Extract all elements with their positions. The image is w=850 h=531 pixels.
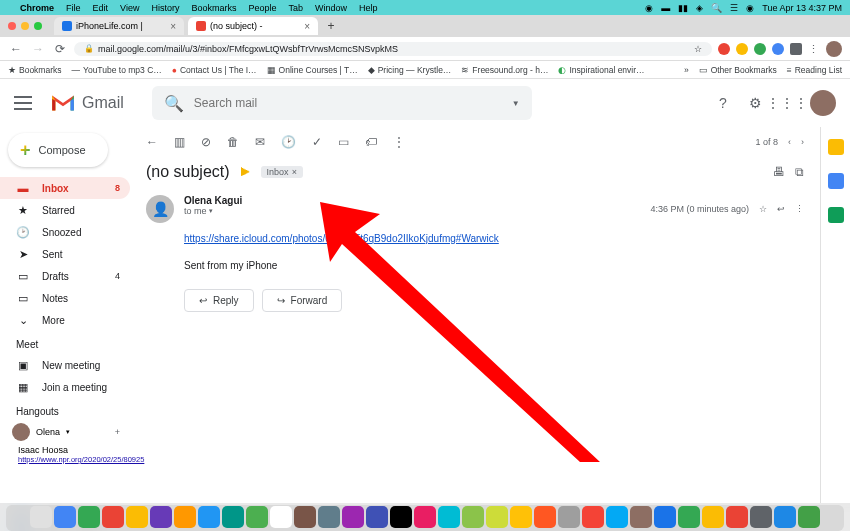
hangout-contact[interactable]: Olena ▾ +: [0, 421, 130, 443]
more-icon[interactable]: ⋮: [393, 135, 405, 149]
dock-app-icon[interactable]: [462, 506, 484, 528]
dock-app-icon[interactable]: [222, 506, 244, 528]
support-icon[interactable]: ?: [714, 94, 732, 112]
search-input[interactable]: [194, 96, 502, 110]
account-avatar[interactable]: [810, 90, 836, 116]
labels-icon[interactable]: 🏷: [365, 135, 377, 149]
sidebar-item-notes[interactable]: ▭Notes: [0, 287, 130, 309]
dock-app-icon[interactable]: [414, 506, 436, 528]
reading-list[interactable]: ≡Reading List: [787, 65, 842, 75]
tasks-icon[interactable]: ✓: [312, 135, 322, 149]
dock-app-icon[interactable]: [270, 506, 292, 528]
menu-tab[interactable]: Tab: [288, 3, 303, 13]
dock-app-icon[interactable]: [606, 506, 628, 528]
sidebar-item-snoozed[interactable]: 🕑Snoozed: [0, 221, 130, 243]
forward-button[interactable]: →: [30, 41, 46, 57]
sidebar-item-starred[interactable]: ★Starred: [0, 199, 130, 221]
dock-app-icon[interactable]: [342, 506, 364, 528]
url-field[interactable]: 🔒 mail.google.com/mail/u/3/#inbox/FMfcgx…: [74, 42, 712, 56]
sidebar-item-inbox[interactable]: ▬Inbox8: [0, 177, 130, 199]
dock-app-icon[interactable]: [54, 506, 76, 528]
dock-app-icon[interactable]: [630, 506, 652, 528]
dock-app-icon[interactable]: [318, 506, 340, 528]
spotlight-icon[interactable]: 🔍: [711, 3, 722, 13]
unread-icon[interactable]: ✉: [255, 135, 265, 149]
bookmark-item[interactable]: ≋Freesound.org - h…: [461, 65, 548, 75]
dock-app-icon[interactable]: [174, 506, 196, 528]
hangout-sublink[interactable]: https://www.npr.org/2020/02/25/80925: [18, 455, 144, 464]
menu-view[interactable]: View: [120, 3, 139, 13]
recipient-line[interactable]: to me▾: [184, 206, 640, 216]
extension-icon[interactable]: [754, 43, 766, 55]
reload-button[interactable]: ⟳: [52, 41, 68, 57]
sidebar-item-sent[interactable]: ➤Sent: [0, 243, 130, 265]
reply-icon[interactable]: ↩: [777, 204, 785, 214]
remove-label-icon[interactable]: ×: [292, 167, 297, 177]
dock-app-icon[interactable]: [486, 506, 508, 528]
keep-icon[interactable]: [828, 173, 844, 189]
back-icon[interactable]: ←: [146, 135, 158, 149]
archive-icon[interactable]: ▥: [174, 135, 185, 149]
tasks-icon[interactable]: [828, 207, 844, 223]
dock-app-icon[interactable]: [390, 506, 412, 528]
dock-app-icon[interactable]: [774, 506, 796, 528]
menu-history[interactable]: History: [151, 3, 179, 13]
dock-app-icon[interactable]: [558, 506, 580, 528]
delete-icon[interactable]: 🗑: [227, 135, 239, 149]
siri-icon[interactable]: ◉: [746, 3, 754, 13]
dock-app-icon[interactable]: [246, 506, 268, 528]
menu-people[interactable]: People: [248, 3, 276, 13]
clock[interactable]: Tue Apr 13 4:37 PM: [762, 3, 842, 13]
next-icon[interactable]: ›: [801, 137, 804, 147]
add-icon[interactable]: +: [115, 427, 120, 437]
gmail-logo[interactable]: Gmail: [50, 93, 124, 113]
reply-button[interactable]: ↩Reply: [184, 289, 254, 312]
dock-app-icon[interactable]: [78, 506, 100, 528]
calendar-icon[interactable]: [828, 139, 844, 155]
dock-app-icon[interactable]: [150, 506, 172, 528]
forward-button[interactable]: ↪Forward: [262, 289, 343, 312]
shared-link[interactable]: https://share.icloud.com/photos/0rQoSTt6…: [184, 233, 499, 244]
star-icon[interactable]: ☆: [759, 204, 767, 214]
dock-app-icon[interactable]: [798, 506, 820, 528]
dock-app-icon[interactable]: [750, 506, 772, 528]
dock-app-icon[interactable]: [582, 506, 604, 528]
dock-app-icon[interactable]: [678, 506, 700, 528]
bookmark-item[interactable]: —YouTube to mp3 C…: [72, 65, 162, 75]
snooze-icon[interactable]: 🕑: [281, 135, 296, 149]
bookmark-item[interactable]: ◆Pricing — Krystle…: [368, 65, 452, 75]
search-bar[interactable]: 🔍 ▼: [152, 86, 532, 120]
minimize-window[interactable]: [21, 22, 29, 30]
extension-icon[interactable]: [736, 43, 748, 55]
dock-app-icon[interactable]: [126, 506, 148, 528]
extensions-menu-icon[interactable]: ⋮: [808, 43, 820, 55]
dock-app-icon[interactable]: [510, 506, 532, 528]
sidebar-item-more[interactable]: ⌄More: [0, 309, 130, 331]
menubar-app[interactable]: Chrome: [20, 3, 54, 13]
hangout-contact[interactable]: Isaac Hoosa https://www.npr.org/2020/02/…: [0, 443, 130, 466]
menu-window[interactable]: Window: [315, 3, 347, 13]
menu-edit[interactable]: Edit: [93, 3, 109, 13]
bookmark-item[interactable]: ●Contact Us | The I…: [172, 65, 257, 75]
maximize-window[interactable]: [34, 22, 42, 30]
settings-icon[interactable]: ⚙: [746, 94, 764, 112]
apps-icon[interactable]: ⋮⋮⋮: [778, 94, 796, 112]
compose-button[interactable]: + Compose: [8, 133, 108, 167]
move-icon[interactable]: ▭: [338, 135, 349, 149]
star-icon[interactable]: ☆: [694, 44, 702, 54]
sidebar-item-drafts[interactable]: ▭Drafts4: [0, 265, 130, 287]
bookmarks-overflow[interactable]: »: [684, 65, 689, 75]
label-chip[interactable]: Inbox×: [261, 166, 303, 178]
dock-app-icon[interactable]: [366, 506, 388, 528]
profile-avatar[interactable]: [826, 41, 842, 57]
control-center-icon[interactable]: ☰: [730, 3, 738, 13]
search-options-icon[interactable]: ▼: [512, 99, 520, 108]
dock-app-icon[interactable]: [294, 506, 316, 528]
prev-icon[interactable]: ‹: [788, 137, 791, 147]
main-menu-button[interactable]: [14, 96, 32, 110]
browser-tab[interactable]: iPhoneLife.com | ×: [54, 17, 184, 35]
dock-app-icon[interactable]: [102, 506, 124, 528]
sidebar-item-new-meeting[interactable]: ▣New meeting: [0, 354, 130, 376]
menu-help[interactable]: Help: [359, 3, 378, 13]
dock-app-icon[interactable]: [438, 506, 460, 528]
